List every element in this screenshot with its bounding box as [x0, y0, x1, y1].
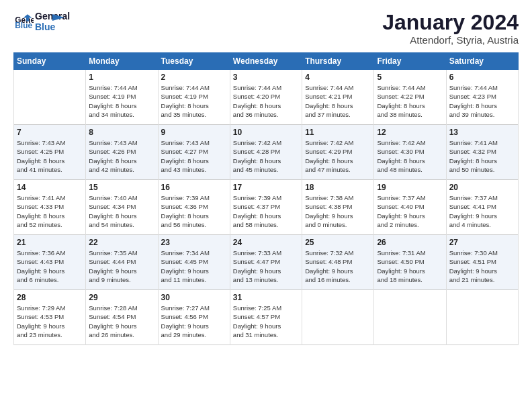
cell-info: Sunrise: 7:37 AMSunset: 4:40 PMDaylight:…	[377, 193, 443, 229]
day-number: 3	[233, 73, 299, 82]
day-number: 14	[17, 183, 83, 192]
day-number: 20	[449, 183, 515, 192]
cell-info: Sunrise: 7:43 AMSunset: 4:25 PMDaylight:…	[17, 138, 83, 174]
cell-week1-day4: 3Sunrise: 7:44 AMSunset: 4:20 PMDaylight…	[230, 70, 302, 125]
day-number: 12	[377, 128, 443, 137]
col-header-saturday: Saturday	[446, 53, 518, 70]
cell-week5-day3: 30Sunrise: 7:27 AMSunset: 4:56 PMDayligh…	[158, 290, 230, 345]
day-number: 6	[449, 73, 515, 82]
day-number: 10	[233, 128, 299, 137]
cell-week5-day7	[446, 290, 518, 345]
cell-info: Sunrise: 7:42 AMSunset: 4:29 PMDaylight:…	[305, 138, 371, 174]
week-row-2: 7Sunrise: 7:43 AMSunset: 4:25 PMDaylight…	[14, 125, 519, 180]
cell-info: Sunrise: 7:40 AMSunset: 4:34 PMDaylight:…	[89, 193, 154, 229]
cell-info: Sunrise: 7:36 AMSunset: 4:43 PMDaylight:…	[17, 248, 83, 284]
day-number: 19	[377, 183, 443, 192]
cell-info: Sunrise: 7:39 AMSunset: 4:37 PMDaylight:…	[233, 193, 299, 229]
cell-week3-day7: 20Sunrise: 7:37 AMSunset: 4:41 PMDayligh…	[446, 180, 518, 235]
cell-week2-day7: 13Sunrise: 7:41 AMSunset: 4:32 PMDayligh…	[446, 125, 518, 180]
cell-info: Sunrise: 7:28 AMSunset: 4:54 PMDaylight:…	[89, 304, 154, 339]
day-number: 21	[17, 238, 83, 247]
day-number: 7	[17, 128, 83, 137]
cell-week1-day3: 2Sunrise: 7:44 AMSunset: 4:19 PMDaylight…	[158, 70, 230, 125]
cell-week1-day2: 1Sunrise: 7:44 AMSunset: 4:19 PMDaylight…	[86, 70, 158, 125]
cell-week4-day7: 27Sunrise: 7:30 AMSunset: 4:51 PMDayligh…	[446, 235, 518, 290]
week-row-3: 14Sunrise: 7:41 AMSunset: 4:33 PMDayligh…	[14, 180, 519, 235]
cell-week5-day1: 28Sunrise: 7:29 AMSunset: 4:53 PMDayligh…	[14, 290, 86, 345]
month-title: January 2024	[382, 11, 519, 34]
logo: General Blue General Blue	[13, 11, 64, 32]
cell-info: Sunrise: 7:39 AMSunset: 4:36 PMDaylight:…	[161, 193, 227, 229]
cell-week4-day1: 21Sunrise: 7:36 AMSunset: 4:43 PMDayligh…	[14, 235, 86, 290]
cell-info: Sunrise: 7:35 AMSunset: 4:44 PMDaylight:…	[89, 248, 154, 284]
page: General Blue General Blue January 2024 A…	[0, 0, 532, 411]
cell-week1-day1	[14, 70, 86, 125]
cell-info: Sunrise: 7:44 AMSunset: 4:19 PMDaylight:…	[161, 83, 227, 119]
day-number: 5	[377, 73, 443, 82]
header-row: SundayMondayTuesdayWednesdayThursdayFrid…	[14, 53, 519, 70]
col-header-tuesday: Tuesday	[158, 53, 230, 70]
day-number: 29	[89, 293, 154, 302]
day-number: 1	[89, 73, 154, 82]
cell-week1-day6: 5Sunrise: 7:44 AMSunset: 4:22 PMDaylight…	[374, 70, 446, 125]
col-header-wednesday: Wednesday	[230, 53, 302, 70]
cell-info: Sunrise: 7:44 AMSunset: 4:22 PMDaylight:…	[377, 83, 443, 119]
week-row-5: 28Sunrise: 7:29 AMSunset: 4:53 PMDayligh…	[14, 290, 519, 345]
day-number: 24	[233, 238, 299, 247]
day-number: 13	[449, 128, 515, 137]
col-header-monday: Monday	[86, 53, 158, 70]
location: Attendorf, Styria, Austria	[382, 34, 519, 46]
cell-info: Sunrise: 7:30 AMSunset: 4:51 PMDaylight:…	[449, 248, 515, 284]
cell-week5-day2: 29Sunrise: 7:28 AMSunset: 4:54 PMDayligh…	[86, 290, 158, 345]
cell-week3-day6: 19Sunrise: 7:37 AMSunset: 4:40 PMDayligh…	[374, 180, 446, 235]
day-number: 9	[161, 128, 227, 137]
cell-week3-day5: 18Sunrise: 7:38 AMSunset: 4:38 PMDayligh…	[302, 180, 374, 235]
cell-week2-day4: 10Sunrise: 7:42 AMSunset: 4:28 PMDayligh…	[230, 125, 302, 180]
cell-info: Sunrise: 7:29 AMSunset: 4:53 PMDaylight:…	[17, 304, 83, 339]
title-area: January 2024 Attendorf, Styria, Austria	[382, 11, 519, 46]
cell-week2-day5: 11Sunrise: 7:42 AMSunset: 4:29 PMDayligh…	[302, 125, 374, 180]
day-number: 4	[305, 73, 371, 82]
col-header-thursday: Thursday	[302, 53, 374, 70]
cell-info: Sunrise: 7:42 AMSunset: 4:30 PMDaylight:…	[377, 138, 443, 174]
day-number: 27	[449, 238, 515, 247]
day-number: 26	[377, 238, 443, 247]
cell-week4-day3: 23Sunrise: 7:34 AMSunset: 4:45 PMDayligh…	[158, 235, 230, 290]
cell-info: Sunrise: 7:32 AMSunset: 4:48 PMDaylight:…	[305, 248, 371, 284]
cell-week3-day2: 15Sunrise: 7:40 AMSunset: 4:34 PMDayligh…	[86, 180, 158, 235]
cell-week4-day2: 22Sunrise: 7:35 AMSunset: 4:44 PMDayligh…	[86, 235, 158, 290]
cell-info: Sunrise: 7:41 AMSunset: 4:33 PMDaylight:…	[17, 193, 83, 229]
svg-marker-3	[52, 14, 64, 21]
cell-week2-day3: 9Sunrise: 7:43 AMSunset: 4:27 PMDaylight…	[158, 125, 230, 180]
cell-info: Sunrise: 7:31 AMSunset: 4:50 PMDaylight:…	[377, 248, 443, 284]
week-row-4: 21Sunrise: 7:36 AMSunset: 4:43 PMDayligh…	[14, 235, 519, 290]
cell-info: Sunrise: 7:44 AMSunset: 4:20 PMDaylight:…	[233, 83, 299, 119]
col-header-friday: Friday	[374, 53, 446, 70]
day-number: 8	[89, 128, 154, 137]
cell-week2-day6: 12Sunrise: 7:42 AMSunset: 4:30 PMDayligh…	[374, 125, 446, 180]
cell-info: Sunrise: 7:34 AMSunset: 4:45 PMDaylight:…	[161, 248, 227, 284]
week-row-1: 1Sunrise: 7:44 AMSunset: 4:19 PMDaylight…	[14, 70, 519, 125]
col-header-sunday: Sunday	[14, 53, 86, 70]
cell-week5-day6	[374, 290, 446, 345]
cell-week4-day5: 25Sunrise: 7:32 AMSunset: 4:48 PMDayligh…	[302, 235, 374, 290]
cell-week5-day5	[302, 290, 374, 345]
cell-week1-day7: 6Sunrise: 7:44 AMSunset: 4:23 PMDaylight…	[446, 70, 518, 125]
day-number: 15	[89, 183, 154, 192]
day-number: 2	[161, 73, 227, 82]
cell-info: Sunrise: 7:38 AMSunset: 4:38 PMDaylight:…	[305, 193, 371, 229]
cell-week2-day1: 7Sunrise: 7:43 AMSunset: 4:25 PMDaylight…	[14, 125, 86, 180]
cell-info: Sunrise: 7:33 AMSunset: 4:47 PMDaylight:…	[233, 248, 299, 284]
cell-week5-day4: 31Sunrise: 7:25 AMSunset: 4:57 PMDayligh…	[230, 290, 302, 345]
cell-info: Sunrise: 7:43 AMSunset: 4:26 PMDaylight:…	[89, 138, 154, 174]
cell-info: Sunrise: 7:25 AMSunset: 4:57 PMDaylight:…	[233, 304, 299, 339]
day-number: 23	[161, 238, 227, 247]
day-number: 22	[89, 238, 154, 247]
day-number: 18	[305, 183, 371, 192]
cell-week3-day3: 16Sunrise: 7:39 AMSunset: 4:36 PMDayligh…	[158, 180, 230, 235]
cell-week1-day5: 4Sunrise: 7:44 AMSunset: 4:21 PMDaylight…	[302, 70, 374, 125]
day-number: 28	[17, 293, 83, 302]
day-number: 30	[161, 293, 227, 302]
svg-text:Blue: Blue	[15, 21, 32, 29]
cell-week3-day4: 17Sunrise: 7:39 AMSunset: 4:37 PMDayligh…	[230, 180, 302, 235]
